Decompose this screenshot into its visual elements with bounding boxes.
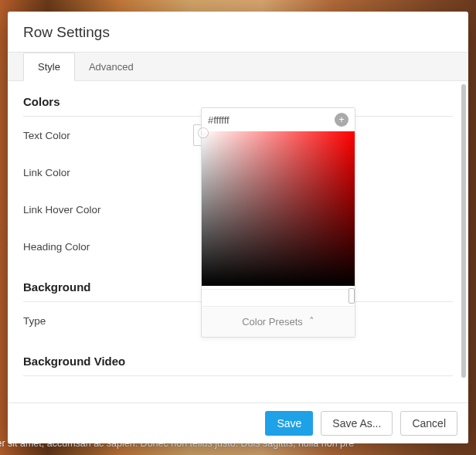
saturation-brightness-field[interactable] bbox=[202, 131, 355, 286]
modal-title: Row Settings bbox=[8, 12, 468, 53]
label-bg-type: Type bbox=[23, 315, 193, 327]
save-as-button[interactable]: Save As... bbox=[321, 411, 393, 436]
label-text-color: Text Color bbox=[23, 130, 193, 141]
picker-cursor[interactable] bbox=[199, 128, 208, 138]
section-title-background-video: Background Video bbox=[23, 347, 453, 368]
scrollbar[interactable] bbox=[461, 84, 466, 378]
modal-body[interactable]: Colors Text Color × Link Color Link Hove… bbox=[8, 81, 468, 402]
tab-style[interactable]: Style bbox=[23, 53, 75, 81]
section-title-colors: Colors bbox=[23, 87, 453, 108]
color-presets-toggle[interactable]: Color Presets ˄ bbox=[202, 306, 355, 337]
color-picker: #ffffff + Color Presets ˄ bbox=[201, 107, 355, 338]
color-presets-label: Color Presets bbox=[242, 316, 303, 328]
save-button[interactable]: Save bbox=[265, 411, 313, 436]
row-settings-modal: Row Settings Style Advanced Colors Text … bbox=[8, 12, 468, 443]
modal-footer: Save Save As... Cancel bbox=[8, 402, 468, 443]
label-link-color: Link Color bbox=[23, 167, 193, 178]
chevron-up-icon: ˄ bbox=[309, 315, 314, 327]
hue-thumb[interactable] bbox=[348, 288, 355, 304]
tab-advanced[interactable]: Advanced bbox=[75, 53, 148, 80]
color-hex-value[interactable]: #ffffff bbox=[208, 114, 230, 126]
label-heading-color: Heading Color bbox=[23, 241, 193, 253]
cancel-button[interactable]: Cancel bbox=[400, 411, 457, 436]
add-preset-button[interactable]: + bbox=[335, 113, 348, 127]
divider bbox=[23, 375, 453, 376]
plus-icon: + bbox=[338, 114, 344, 125]
hue-slider[interactable] bbox=[202, 289, 355, 301]
label-link-hover-color: Link Hover Color bbox=[23, 204, 193, 216]
tab-bar: Style Advanced bbox=[8, 53, 468, 81]
